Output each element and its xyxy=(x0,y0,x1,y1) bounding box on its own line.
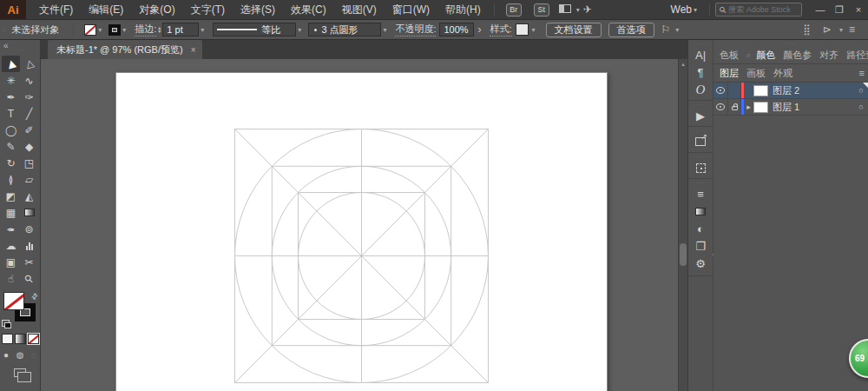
gradient-button[interactable] xyxy=(15,334,26,344)
column-graph-tool[interactable] xyxy=(20,237,38,254)
fill-swatch-none[interactable] xyxy=(84,24,96,36)
paragraph-panel-icon[interactable]: ¶ xyxy=(688,63,713,81)
rotate-tool[interactable]: ↻ xyxy=(2,155,20,171)
style-swatch[interactable] xyxy=(516,23,529,36)
bridge-button[interactable]: Br xyxy=(506,3,522,17)
document-tab[interactable]: 未标题-1* @ 97% (RGB/预览) × xyxy=(48,40,202,59)
transform-panel-icon[interactable] xyxy=(688,159,713,176)
menu-effect[interactable]: 效果(C) xyxy=(283,3,334,17)
chevron-down-icon[interactable]: ▾ xyxy=(201,26,204,34)
selection-tool[interactable]: ▶ xyxy=(2,56,20,72)
pencil-shaper-tool[interactable]: ✎ xyxy=(2,138,20,155)
shape-builder-tool[interactable]: ◩ xyxy=(2,188,20,204)
canvas-pasteboard[interactable] xyxy=(41,59,678,391)
draw-inside-icon[interactable]: ◌ xyxy=(29,350,39,360)
stroke-swatch[interactable] xyxy=(108,24,121,36)
draw-behind-icon[interactable]: ◍ xyxy=(15,350,25,360)
chevron-down-icon[interactable]: ▾ xyxy=(122,26,126,34)
paintbrush-tool[interactable]: ✐ xyxy=(20,122,38,138)
opentype-panel-icon[interactable]: O xyxy=(688,81,713,98)
tab-align[interactable]: 对齐 xyxy=(819,49,838,62)
style-link[interactable]: 样式: xyxy=(490,23,511,36)
visibility-toggle[interactable] xyxy=(713,99,728,115)
stock-button[interactable]: St xyxy=(534,3,549,17)
screen-mode-button[interactable] xyxy=(0,368,40,377)
tab-layers[interactable]: 图层 xyxy=(720,67,739,80)
stroke-stepper[interactable]: ▴▾ xyxy=(158,26,161,33)
direct-selection-tool[interactable]: ▷ xyxy=(20,56,38,72)
document-setup-button[interactable]: 文档设置 xyxy=(546,23,602,37)
graphic-styles-panel-icon[interactable]: ⚙⚙ xyxy=(688,255,713,272)
layer-thumbnail[interactable] xyxy=(753,102,768,113)
none-button[interactable] xyxy=(28,334,39,344)
menu-select[interactable]: 选择(S) xyxy=(233,3,283,17)
layer-name[interactable]: 图层 2 xyxy=(773,84,854,97)
menu-window[interactable]: 窗口(W) xyxy=(385,3,437,17)
eraser-tool[interactable]: ◆ xyxy=(20,138,38,155)
actions-panel-icon[interactable]: ▶ xyxy=(688,107,713,124)
lasso-tool[interactable]: ∿ xyxy=(20,72,38,89)
transparency-panel-icon[interactable]: ◐ xyxy=(688,220,713,237)
stock-search[interactable]: ⚲ xyxy=(715,3,802,17)
width-profile-select[interactable]: 等比 xyxy=(213,23,296,36)
type-tool[interactable]: T xyxy=(2,105,20,122)
ellipse-tool[interactable]: ◯ xyxy=(2,122,20,138)
disclosure-triangle[interactable]: ▸ xyxy=(744,103,753,111)
restore-button[interactable]: ❐ xyxy=(830,2,849,17)
character-panel-icon[interactable]: A| xyxy=(688,46,713,63)
chevron-down-icon[interactable]: ▾ xyxy=(675,26,679,34)
menu-object[interactable]: 对象(O) xyxy=(131,3,182,17)
chevron-right-icon[interactable]: › xyxy=(477,23,481,36)
eyedropper-tool[interactable]: ✒ xyxy=(2,221,20,237)
chevron-down-icon[interactable]: ▾ xyxy=(532,26,536,34)
slice-tool[interactable]: ✂ xyxy=(20,254,38,270)
minimize-button[interactable]: — xyxy=(811,2,830,17)
app-logo[interactable]: Ai xyxy=(0,0,26,19)
fill-color-none[interactable] xyxy=(3,292,24,310)
gradient-tool[interactable] xyxy=(20,204,38,221)
close-button[interactable]: × xyxy=(849,2,868,17)
symbol-sprayer-tool[interactable]: ☁ xyxy=(2,237,20,254)
default-fill-stroke-icon[interactable] xyxy=(2,320,10,327)
tab-artboards[interactable]: 画板 xyxy=(746,67,766,80)
tab-appearance[interactable]: 外观 xyxy=(773,67,792,80)
tab-color[interactable]: 颜色 xyxy=(756,49,775,62)
panel-menu-icon[interactable]: ≡ xyxy=(859,68,865,78)
target-icon[interactable]: ○ xyxy=(854,103,868,111)
tab-close-icon[interactable]: × xyxy=(191,45,196,55)
icon-grid-artwork[interactable] xyxy=(234,129,489,383)
brush-select[interactable]: 3 点圆形 xyxy=(308,23,381,36)
stroke-panel-icon[interactable]: ≡ xyxy=(688,185,713,202)
chevron-down-icon[interactable]: ▾ xyxy=(383,26,386,34)
gradient-panel-icon[interactable] xyxy=(688,202,713,220)
free-transform-tool[interactable]: ▱ xyxy=(20,171,38,188)
isolate-selection-icon[interactable]: ⚐ xyxy=(661,23,671,36)
curvature-tool[interactable]: ✑ xyxy=(20,89,38,105)
lock-toggle[interactable] xyxy=(728,99,741,115)
menu-edit[interactable]: 编辑(E) xyxy=(81,3,131,17)
magic-wand-tool[interactable]: ✳ xyxy=(2,72,20,89)
lock-toggle[interactable] xyxy=(728,83,741,98)
scale-tool[interactable]: ◳ xyxy=(20,155,38,171)
width-tool[interactable]: ≬ xyxy=(2,171,20,188)
menu-help[interactable]: 帮助(H) xyxy=(437,3,489,17)
mesh-tool[interactable]: ▦ xyxy=(2,204,20,221)
layer-thumbnail[interactable] xyxy=(753,85,768,96)
stroke-link[interactable]: 描边: xyxy=(135,23,156,36)
perspective-grid-tool[interactable]: ◭ xyxy=(20,188,38,204)
zoom-tool[interactable]: ⚲ xyxy=(20,270,38,287)
artboard-tool[interactable]: ▣ xyxy=(2,254,20,270)
chevron-down-icon[interactable]: ▾ xyxy=(576,6,580,14)
preferences-button[interactable]: 首选项 xyxy=(608,23,654,37)
scrollbar-track[interactable]: ▴ xyxy=(678,59,687,391)
hand-tool[interactable]: ☝ xyxy=(2,270,20,287)
collapse-panel-icon[interactable]: « xyxy=(3,41,9,50)
scrollbar-thumb[interactable] xyxy=(680,243,687,266)
layer-row-2[interactable]: 图层 2 ○ xyxy=(713,83,868,99)
list-icon[interactable]: ≡ xyxy=(849,23,855,36)
export-panel-icon[interactable] xyxy=(688,133,713,150)
gpu-performance-icon[interactable]: ✈ xyxy=(583,3,592,16)
tab-color-guide[interactable]: 颜色参 xyxy=(783,49,812,62)
menu-file[interactable]: 文件(F) xyxy=(31,3,81,17)
scroll-up-arrow[interactable]: ▴ xyxy=(679,61,687,68)
